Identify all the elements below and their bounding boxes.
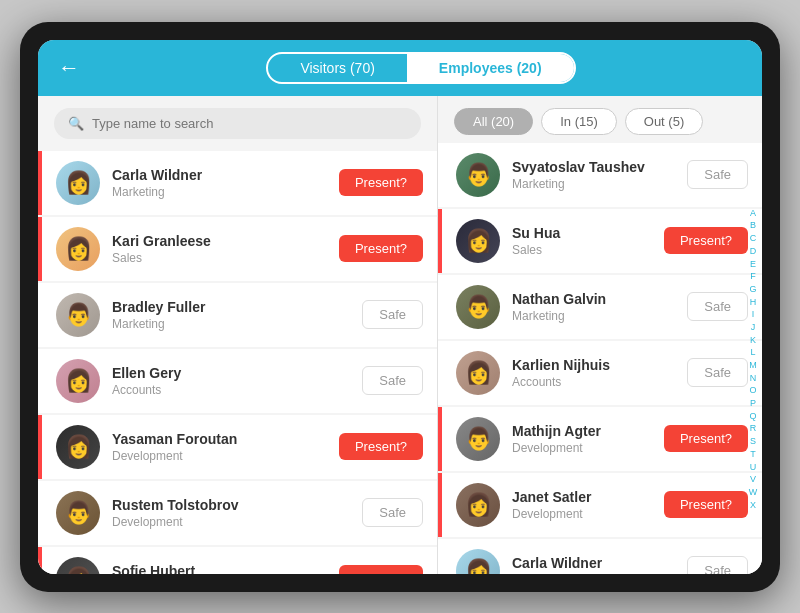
person-info: Bradley FullerMarketing bbox=[112, 299, 362, 331]
tab-employees[interactable]: Employees (20) bbox=[407, 54, 574, 82]
person-dept: Marketing bbox=[112, 185, 339, 199]
alpha-letter-w[interactable]: W bbox=[749, 487, 758, 499]
alpha-letter-r[interactable]: R bbox=[750, 423, 757, 435]
person-info: Su HuaSales bbox=[512, 225, 664, 257]
avatar: 👩 bbox=[56, 425, 100, 469]
right-panel: All (20) In (15) Out (5) 👨Svyatoslav Tau… bbox=[438, 96, 762, 574]
present-button[interactable]: Present? bbox=[664, 227, 748, 254]
filter-in[interactable]: In (15) bbox=[541, 108, 617, 135]
alpha-letter-p[interactable]: P bbox=[750, 398, 756, 410]
avatar: 👩 bbox=[56, 161, 100, 205]
person-dept: Development bbox=[112, 449, 339, 463]
person-name: Karlien Nijhuis bbox=[512, 357, 687, 373]
alpha-letter-o[interactable]: O bbox=[749, 385, 756, 397]
tablet-frame: ← Visitors (70) Employees (20) 🔍 👩Carla … bbox=[20, 22, 780, 592]
alpha-letter-t[interactable]: T bbox=[750, 449, 756, 461]
present-button[interactable]: Present? bbox=[339, 433, 423, 460]
alpha-letter-l[interactable]: L bbox=[750, 347, 755, 359]
person-dept: Accounts bbox=[512, 573, 687, 574]
person-info: Nathan GalvinMarketing bbox=[512, 291, 687, 323]
person-item: 👩Carla WildnerAccountsSafe bbox=[438, 539, 762, 574]
person-info: Sofie HubertAccounts bbox=[112, 563, 339, 574]
avatar: 👨 bbox=[456, 153, 500, 197]
tab-visitors[interactable]: Visitors (70) bbox=[268, 54, 406, 82]
person-name: Su Hua bbox=[512, 225, 664, 241]
person-item: 👩Karlien NijhuisAccountsSafe bbox=[438, 341, 762, 405]
alpha-letter-m[interactable]: M bbox=[749, 360, 757, 372]
present-button[interactable]: Present? bbox=[339, 235, 423, 262]
alpha-letter-f[interactable]: F bbox=[750, 271, 756, 283]
filter-tabs: All (20) In (15) Out (5) bbox=[438, 96, 762, 143]
alpha-letter-v[interactable]: V bbox=[750, 474, 756, 486]
search-input[interactable] bbox=[92, 116, 407, 131]
alpha-letter-x[interactable]: X bbox=[750, 500, 756, 512]
search-icon: 🔍 bbox=[68, 116, 84, 131]
person-name: Mathijn Agter bbox=[512, 423, 664, 439]
avatar: 👨 bbox=[56, 293, 100, 337]
person-item: 👩Carla WildnerMarketingPresent? bbox=[38, 151, 437, 215]
avatar: 👩 bbox=[456, 483, 500, 527]
person-dept: Sales bbox=[512, 243, 664, 257]
back-button[interactable]: ← bbox=[58, 55, 80, 81]
safe-button[interactable]: Safe bbox=[362, 498, 423, 527]
person-name: Svyatoslav Taushev bbox=[512, 159, 687, 175]
present-button[interactable]: Present? bbox=[664, 491, 748, 518]
present-button[interactable]: Present? bbox=[339, 169, 423, 196]
header: ← Visitors (70) Employees (20) bbox=[38, 40, 762, 96]
alpha-letter-q[interactable]: Q bbox=[749, 411, 756, 423]
alpha-letter-b[interactable]: B bbox=[750, 220, 756, 232]
search-bar: 🔍 bbox=[38, 96, 437, 151]
alpha-letter-h[interactable]: H bbox=[750, 297, 757, 309]
person-info: Janet SatlerDevelopment bbox=[512, 489, 664, 521]
person-item: 👨Svyatoslav TaushevMarketingSafe bbox=[438, 143, 762, 207]
avatar: 👩 bbox=[56, 557, 100, 574]
alpha-letter-n[interactable]: N bbox=[750, 373, 757, 385]
person-info: Rustem TolstobrovDevelopment bbox=[112, 497, 362, 529]
left-panel: 🔍 👩Carla WildnerMarketingPresent?👩Kari G… bbox=[38, 96, 438, 574]
person-name: Rustem Tolstobrov bbox=[112, 497, 362, 513]
safe-button[interactable]: Safe bbox=[687, 292, 748, 321]
person-dept: Development bbox=[512, 441, 664, 455]
avatar: 👩 bbox=[56, 227, 100, 271]
present-button[interactable]: Present? bbox=[664, 425, 748, 452]
alpha-letter-u[interactable]: U bbox=[750, 462, 757, 474]
avatar: 👨 bbox=[56, 491, 100, 535]
safe-button[interactable]: Safe bbox=[687, 556, 748, 574]
alpha-letter-g[interactable]: G bbox=[749, 284, 756, 296]
safe-button[interactable]: Safe bbox=[362, 366, 423, 395]
person-item: 👩Kari GranleeseSalesPresent? bbox=[38, 217, 437, 281]
person-name: Carla Wildner bbox=[112, 167, 339, 183]
safe-button[interactable]: Safe bbox=[362, 300, 423, 329]
person-info: Mathijn AgterDevelopment bbox=[512, 423, 664, 455]
left-person-list: 👩Carla WildnerMarketingPresent?👩Kari Gra… bbox=[38, 151, 437, 574]
alpha-letter-d[interactable]: D bbox=[750, 246, 757, 258]
safe-button[interactable]: Safe bbox=[687, 160, 748, 189]
alpha-letter-k[interactable]: K bbox=[750, 335, 756, 347]
alpha-letter-s[interactable]: S bbox=[750, 436, 756, 448]
alpha-letter-a[interactable]: A bbox=[750, 208, 756, 220]
person-dept: Accounts bbox=[112, 383, 362, 397]
person-dept: Marketing bbox=[512, 177, 687, 191]
main-content: 🔍 👩Carla WildnerMarketingPresent?👩Kari G… bbox=[38, 96, 762, 574]
filter-all[interactable]: All (20) bbox=[454, 108, 533, 135]
person-dept: Accounts bbox=[512, 375, 687, 389]
avatar: 👨 bbox=[456, 285, 500, 329]
person-item: 👨Rustem TolstobrovDevelopmentSafe bbox=[38, 481, 437, 545]
present-button[interactable]: Present? bbox=[339, 565, 423, 574]
person-item: 👨Nathan GalvinMarketingSafe bbox=[438, 275, 762, 339]
person-name: Carla Wildner bbox=[512, 555, 687, 571]
person-name: Kari Granleese bbox=[112, 233, 339, 249]
person-item: 👨Mathijn AgterDevelopmentPresent? bbox=[438, 407, 762, 471]
safe-button[interactable]: Safe bbox=[687, 358, 748, 387]
filter-out[interactable]: Out (5) bbox=[625, 108, 703, 135]
person-dept: Marketing bbox=[112, 317, 362, 331]
alpha-letter-e[interactable]: E bbox=[750, 259, 756, 271]
alpha-letter-c[interactable]: C bbox=[750, 233, 757, 245]
avatar: 👨 bbox=[456, 417, 500, 461]
person-item: 👩Yasaman ForoutanDevelopmentPresent? bbox=[38, 415, 437, 479]
person-item: 👨Bradley FullerMarketingSafe bbox=[38, 283, 437, 347]
alpha-letter-j[interactable]: J bbox=[751, 322, 756, 334]
person-info: Yasaman ForoutanDevelopment bbox=[112, 431, 339, 463]
person-info: Kari GranleeseSales bbox=[112, 233, 339, 265]
alpha-letter-i[interactable]: I bbox=[752, 309, 755, 321]
